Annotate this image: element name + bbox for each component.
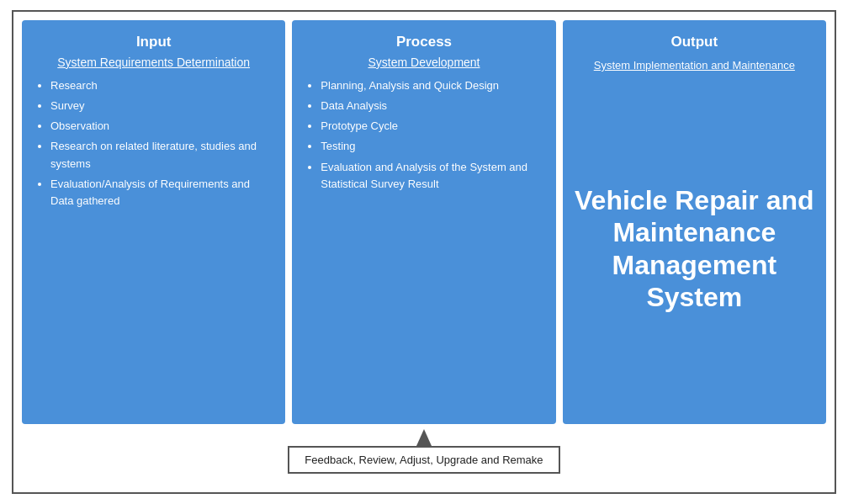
arrow-up-icon xyxy=(416,429,432,446)
main-container: Input System Requirements Determination … xyxy=(12,10,836,494)
top-section: Input System Requirements Determination … xyxy=(22,20,826,424)
output-panel: Output System Implementation and Mainten… xyxy=(563,20,826,424)
process-bullet-list: Planning, Analysis and Quick Design Data… xyxy=(304,77,543,196)
output-big-text: Vehicle Repair and Maintenance Managemen… xyxy=(575,184,814,314)
list-item: Testing xyxy=(321,138,543,155)
list-item: Research on related literature, studies … xyxy=(50,138,273,172)
input-subtitle: System Requirements Determination xyxy=(34,56,273,69)
list-item: Survey xyxy=(50,98,273,114)
process-panel: Process System Development Planning, Ana… xyxy=(292,20,555,424)
input-bullet-list: Research Survey Observation Research on … xyxy=(34,77,273,213)
feedback-label: Feedback, Review, Adjust, Upgrade and Re… xyxy=(305,454,543,466)
feedback-arrow-col: Feedback, Review, Adjust, Upgrade and Re… xyxy=(294,429,555,474)
list-item: Evaluation and Analysis of the System an… xyxy=(321,159,543,193)
output-title: Output xyxy=(670,34,718,50)
list-item: Prototype Cycle xyxy=(321,118,543,135)
bottom-wrapper: Feedback, Review, Adjust, Upgrade and Re… xyxy=(22,429,826,484)
output-link: System Implementation and Maintenance xyxy=(594,59,795,72)
process-title: Process xyxy=(304,34,543,50)
list-item: Planning, Analysis and Quick Design xyxy=(321,77,543,94)
list-item: Evaluation/Analysis of Requirements and … xyxy=(50,176,273,210)
svg-marker-0 xyxy=(416,429,432,446)
feedback-box: Feedback, Review, Adjust, Upgrade and Re… xyxy=(288,446,559,474)
list-item: Observation xyxy=(50,118,273,135)
process-subtitle: System Development xyxy=(304,56,543,69)
list-item: Research xyxy=(50,77,273,94)
input-title: Input xyxy=(34,34,273,50)
input-panel: Input System Requirements Determination … xyxy=(22,20,285,424)
list-item: Data Analysis xyxy=(321,98,543,114)
